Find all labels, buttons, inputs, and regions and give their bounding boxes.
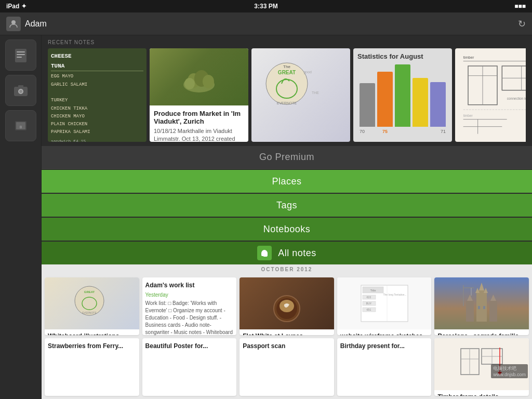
recent-note-card-stats[interactable]: Statistics for August 70 75 71 bbox=[353, 48, 452, 142]
ipad-label: iPad ✦ bbox=[6, 3, 26, 10]
notes-strip: CHEESETUNA EGG MAYOGARLIC SALAMITURKEYCH… bbox=[48, 48, 526, 142]
note-worklist-date: Yesterday bbox=[145, 291, 234, 299]
produce-image bbox=[150, 48, 248, 105]
timber-sketch: timber connection in making timber bbox=[455, 48, 526, 142]
svg-text:timber: timber bbox=[463, 55, 474, 60]
stats-bar-3 bbox=[413, 78, 428, 127]
status-left: iPad ✦ bbox=[6, 3, 26, 10]
note-birthday-title: Birthday present for... bbox=[340, 342, 429, 351]
svg-rect-64 bbox=[489, 301, 497, 322]
note-wireframe-title: website wireframe sketches bbox=[340, 332, 429, 335]
menu-card-body: EGG MAYOGARLIC SALAMITURKEYCHICKEN TIKKA… bbox=[51, 73, 143, 136]
recent-note-card-menu[interactable]: CHEESETUNA EGG MAYOGARLIC SALAMITURKEYCH… bbox=[48, 48, 147, 142]
evernote-nav-icon bbox=[257, 246, 272, 260]
svg-marker-63 bbox=[467, 295, 473, 301]
note-flatwhite-title: Flat White at Laynes Espresso bbox=[243, 332, 331, 335]
nav-allnotes[interactable]: All notes bbox=[42, 242, 532, 264]
note-strawberries-content: Strawberries from Ferry... bbox=[45, 338, 139, 355]
note-grid-card-passport[interactable]: Passport scan bbox=[240, 338, 334, 396]
status-bar: iPad ✦ 3:33 PM ■■■ bbox=[0, 0, 532, 12]
note-strawberries-title: Strawberries from Ferry... bbox=[48, 342, 136, 351]
navigation: Go Premium Places Tags Notebooks All not… bbox=[42, 146, 532, 264]
notes-grid: GREAT EVERNOTE Whiteboard illustrations … bbox=[42, 274, 532, 399]
svg-text:8: 8 bbox=[19, 125, 22, 129]
stats-bar-1 bbox=[377, 72, 393, 127]
note-timber-grid-content: Timber frame details bbox=[434, 390, 529, 396]
stats-title: Statistics for August bbox=[357, 52, 448, 60]
recent-note-card-produce[interactable]: Produce from Market in 'Im Viadukt', Zur… bbox=[150, 48, 248, 142]
recent-notes-label: RECENT NOTES bbox=[48, 39, 526, 45]
svg-text:GREAT: GREAT bbox=[84, 290, 95, 294]
svg-text:connection in making: connection in making bbox=[507, 97, 526, 101]
sidebar-scan-icon[interactable]: 8 bbox=[5, 110, 36, 141]
watermark-line1: 电脑技术吧 bbox=[493, 365, 526, 372]
stats-bar-0 bbox=[360, 83, 375, 127]
nav-notebooks-label: Notebooks bbox=[263, 224, 311, 235]
svg-text:timber: timber bbox=[463, 114, 473, 117]
nav-premium-label: Go Premium bbox=[259, 152, 314, 163]
user-info: Adam bbox=[6, 17, 47, 31]
svg-text:€22: €22 bbox=[366, 296, 371, 299]
sync-button[interactable]: ↻ bbox=[518, 18, 526, 30]
main-content: RECENT NOTES CHEESETUNA EGG MAYOGARLIC S… bbox=[42, 35, 532, 399]
svg-marker-65 bbox=[490, 295, 496, 301]
note-grid-card-flatwhite[interactable]: Flat White at Laynes Espresso bbox=[240, 277, 334, 335]
watermark-line2: www.dnjsb.com bbox=[493, 372, 526, 377]
recent-note-card-timber[interactable]: timber connection in making timber bbox=[455, 48, 526, 142]
sidebar-notes-icon[interactable] bbox=[5, 39, 36, 71]
nav-allnotes-label: All notes bbox=[278, 248, 316, 259]
stats-bar-2 bbox=[395, 64, 410, 127]
svg-text:EVERNOTE: EVERNOTE bbox=[82, 311, 97, 314]
svg-point-16 bbox=[184, 78, 195, 89]
note-whiteboard-title: Whiteboard illustrations - Carlos & Adam bbox=[48, 332, 136, 335]
note-grid-card-barcelona[interactable]: Barcelona - sagrada familia bbox=[434, 277, 529, 335]
note-flatwhite-content: Flat White at Laynes Espresso bbox=[240, 329, 334, 335]
nav-premium[interactable]: Go Premium bbox=[42, 146, 532, 169]
sidebar-camera-icon[interactable] bbox=[5, 75, 36, 106]
note-grid-card-poster[interactable]: Beautiful Poster for... bbox=[142, 338, 237, 396]
note-barcelona-title: Barcelona - sagrada familia bbox=[437, 332, 526, 335]
menu-card-title: CHEESETUNA bbox=[51, 51, 143, 71]
note-birthday-content: Birthday present for... bbox=[337, 338, 432, 355]
note-timber-grid-title: Timber frame details bbox=[437, 393, 526, 396]
recent-note-card-whiteboard[interactable]: The GREAT EVERNOTE good THE bbox=[251, 48, 350, 142]
note-wireframe-content: website wireframe sketches bbox=[337, 329, 432, 335]
note-grid-card-worklist[interactable]: Adam's work list Yesterday Work list: □ … bbox=[142, 277, 237, 335]
note-wireframe-image: Title €22 BUY €51 The long Tentative... bbox=[337, 277, 432, 329]
svg-text:€51: €51 bbox=[366, 308, 371, 311]
produce-card-text: Produce from Market in 'Im Viadukt', Zur… bbox=[150, 105, 248, 142]
svg-text:The long Tentative...: The long Tentative... bbox=[383, 293, 406, 296]
note-worklist-body: Yesterday Work list: □ Badge: 'Works wit… bbox=[145, 291, 234, 335]
nav-places[interactable]: Places bbox=[42, 170, 532, 193]
note-worklist-text: Work list: □ Badge: 'Works with Evernote… bbox=[145, 300, 233, 335]
header: Adam ↻ bbox=[0, 12, 532, 35]
svg-rect-62 bbox=[466, 301, 474, 322]
watermark: 电脑技术吧 www.dnjsb.com bbox=[491, 364, 528, 378]
battery-icon: ■■■ bbox=[514, 3, 526, 10]
status-time: 3:33 PM bbox=[254, 3, 277, 10]
note-grid-card-wireframe[interactable]: Title €22 BUY €51 The long Tentative... … bbox=[337, 277, 432, 335]
notes-grid-header: OCTOBER 2012 bbox=[42, 264, 532, 274]
svg-rect-1 bbox=[15, 49, 26, 62]
note-poster-title: Beautiful Poster for... bbox=[145, 342, 234, 351]
svg-rect-3 bbox=[17, 54, 25, 55]
note-flatwhite-image bbox=[240, 277, 334, 329]
nav-tags[interactable]: Tags bbox=[42, 194, 532, 217]
nav-notebooks[interactable]: Notebooks bbox=[42, 218, 532, 241]
svg-text:EVERNOTE: EVERNOTE bbox=[277, 101, 297, 105]
note-grid-card-strawberries[interactable]: Strawberries from Ferry... bbox=[45, 338, 139, 396]
recent-notes-section: RECENT NOTES CHEESETUNA EGG MAYOGARLIC S… bbox=[42, 35, 532, 146]
svg-rect-2 bbox=[17, 51, 25, 52]
svg-point-7 bbox=[19, 90, 22, 93]
note-passport-title: Passport scan bbox=[243, 342, 331, 351]
nav-places-label: Places bbox=[272, 176, 301, 187]
note-grid-card-birthday[interactable]: Birthday present for... bbox=[337, 338, 432, 396]
note-grid-card-whiteboard[interactable]: GREAT EVERNOTE Whiteboard illustrations … bbox=[45, 277, 139, 335]
note-whiteboard-content: Whiteboard illustrations - Carlos & Adam bbox=[45, 329, 139, 335]
svg-point-0 bbox=[11, 20, 16, 24]
whiteboard-card-inner: The GREAT EVERNOTE good THE bbox=[251, 48, 350, 142]
svg-marker-59 bbox=[479, 283, 484, 290]
note-barcelona-content: Barcelona - sagrada familia bbox=[434, 329, 529, 335]
avatar bbox=[6, 17, 21, 31]
svg-text:GREAT: GREAT bbox=[278, 70, 296, 75]
